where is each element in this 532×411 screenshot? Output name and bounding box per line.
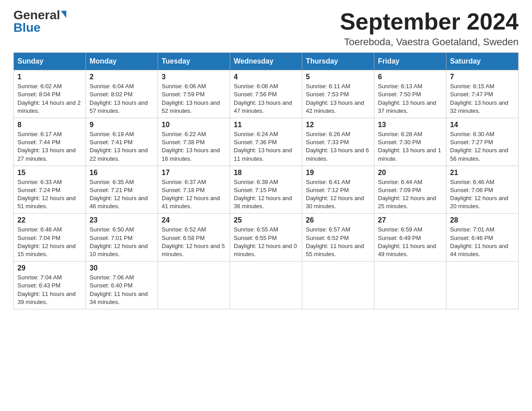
page-header: General Blue September 2024 Toereboda, V… [13, 9, 519, 48]
week-row-2: 8 Sunrise: 6:17 AMSunset: 7:44 PMDayligh… [14, 118, 519, 166]
day-info: Sunrise: 6:24 AMSunset: 7:36 PMDaylight:… [234, 130, 298, 163]
day-info: Sunrise: 6:15 AMSunset: 7:47 PMDaylight:… [450, 82, 515, 115]
week-row-3: 15 Sunrise: 6:33 AMSunset: 7:24 PMDaylig… [14, 166, 519, 214]
day-info: Sunrise: 6:55 AMSunset: 6:55 PMDaylight:… [234, 226, 298, 258]
day-info: Sunrise: 6:39 AMSunset: 7:15 PMDaylight:… [234, 178, 298, 211]
day-number: 29 [17, 264, 82, 272]
calendar-cell: 3 Sunrise: 6:06 AMSunset: 7:59 PMDayligh… [158, 70, 230, 118]
calendar-cell: 25 Sunrise: 6:55 AMSunset: 6:55 PMDaylig… [230, 214, 302, 261]
day-info: Sunrise: 6:50 AMSunset: 7:01 PMDaylight:… [90, 226, 154, 258]
calendar-cell [302, 261, 374, 309]
logo-general-text: General [13, 9, 60, 21]
calendar-cell: 8 Sunrise: 6:17 AMSunset: 7:44 PMDayligh… [14, 118, 86, 166]
calendar-cell: 10 Sunrise: 6:22 AMSunset: 7:38 PMDaylig… [158, 118, 230, 166]
day-info: Sunrise: 6:52 AMSunset: 6:58 PMDaylight:… [162, 226, 226, 258]
calendar-cell [158, 261, 230, 309]
week-row-1: 1 Sunrise: 6:02 AMSunset: 8:04 PMDayligh… [14, 70, 519, 118]
day-info: Sunrise: 6:04 AMSunset: 8:02 PMDaylight:… [90, 82, 154, 115]
day-number: 17 [162, 169, 226, 177]
calendar-cell: 17 Sunrise: 6:37 AMSunset: 7:18 PMDaylig… [158, 166, 230, 214]
weekday-header-saturday: Saturday [446, 53, 519, 70]
day-info: Sunrise: 7:06 AMSunset: 6:40 PMDaylight:… [90, 274, 154, 306]
weekday-header-tuesday: Tuesday [158, 53, 230, 70]
day-number: 6 [378, 73, 442, 81]
day-info: Sunrise: 6:41 AMSunset: 7:12 PMDaylight:… [306, 178, 370, 211]
calendar-cell [446, 261, 519, 309]
calendar-cell [230, 261, 302, 309]
week-row-4: 22 Sunrise: 6:48 AMSunset: 7:04 PMDaylig… [14, 214, 519, 261]
day-info: Sunrise: 6:17 AMSunset: 7:44 PMDaylight:… [17, 130, 82, 163]
day-info: Sunrise: 6:30 AMSunset: 7:27 PMDaylight:… [450, 130, 515, 163]
calendar-cell: 28 Sunrise: 7:01 AMSunset: 6:46 PMDaylig… [446, 214, 519, 261]
day-number: 5 [306, 73, 370, 81]
title-area: September 2024 Toereboda, Vaestra Goetal… [340, 9, 519, 48]
calendar-cell: 30 Sunrise: 7:06 AMSunset: 6:40 PMDaylig… [86, 261, 158, 309]
calendar-cell: 2 Sunrise: 6:04 AMSunset: 8:02 PMDayligh… [86, 70, 158, 118]
day-number: 3 [162, 73, 226, 81]
day-number: 26 [306, 216, 370, 224]
calendar-cell: 24 Sunrise: 6:52 AMSunset: 6:58 PMDaylig… [158, 214, 230, 261]
day-number: 4 [234, 73, 298, 81]
calendar-cell [374, 261, 446, 309]
day-info: Sunrise: 6:11 AMSunset: 7:53 PMDaylight:… [306, 82, 370, 115]
weekday-header-wednesday: Wednesday [230, 53, 302, 70]
calendar-cell: 22 Sunrise: 6:48 AMSunset: 7:04 PMDaylig… [14, 214, 86, 261]
calendar-cell: 13 Sunrise: 6:28 AMSunset: 7:30 PMDaylig… [374, 118, 446, 166]
day-number: 13 [378, 121, 442, 129]
day-number: 14 [450, 121, 515, 129]
day-number: 19 [306, 169, 370, 177]
day-info: Sunrise: 6:37 AMSunset: 7:18 PMDaylight:… [162, 178, 226, 211]
day-info: Sunrise: 6:26 AMSunset: 7:33 PMDaylight:… [306, 130, 370, 163]
weekday-header-row: SundayMondayTuesdayWednesdayThursdayFrid… [14, 53, 519, 70]
day-number: 1 [17, 73, 82, 81]
calendar-cell: 19 Sunrise: 6:41 AMSunset: 7:12 PMDaylig… [302, 166, 374, 214]
day-info: Sunrise: 7:01 AMSunset: 6:46 PMDaylight:… [450, 226, 515, 258]
day-info: Sunrise: 7:04 AMSunset: 6:43 PMDaylight:… [17, 274, 82, 306]
day-info: Sunrise: 6:59 AMSunset: 6:49 PMDaylight:… [378, 226, 442, 258]
day-info: Sunrise: 6:57 AMSunset: 6:52 PMDaylight:… [306, 226, 370, 258]
calendar-cell: 18 Sunrise: 6:39 AMSunset: 7:15 PMDaylig… [230, 166, 302, 214]
day-info: Sunrise: 6:35 AMSunset: 7:21 PMDaylight:… [90, 178, 154, 211]
day-info: Sunrise: 6:28 AMSunset: 7:30 PMDaylight:… [378, 130, 442, 163]
day-number: 16 [90, 169, 154, 177]
calendar-cell: 6 Sunrise: 6:13 AMSunset: 7:50 PMDayligh… [374, 70, 446, 118]
day-number: 9 [90, 121, 154, 129]
day-number: 21 [450, 169, 515, 177]
day-info: Sunrise: 6:33 AMSunset: 7:24 PMDaylight:… [17, 178, 82, 211]
day-info: Sunrise: 6:06 AMSunset: 7:59 PMDaylight:… [162, 82, 226, 115]
calendar-cell: 15 Sunrise: 6:33 AMSunset: 7:24 PMDaylig… [14, 166, 86, 214]
calendar-cell: 20 Sunrise: 6:44 AMSunset: 7:09 PMDaylig… [374, 166, 446, 214]
calendar-cell: 5 Sunrise: 6:11 AMSunset: 7:53 PMDayligh… [302, 70, 374, 118]
day-number: 8 [17, 121, 82, 129]
logo-blue-text: Blue [13, 21, 41, 34]
day-number: 11 [234, 121, 298, 129]
day-info: Sunrise: 6:08 AMSunset: 7:56 PMDaylight:… [234, 82, 298, 115]
calendar-cell: 26 Sunrise: 6:57 AMSunset: 6:52 PMDaylig… [302, 214, 374, 261]
day-number: 28 [450, 216, 515, 224]
day-number: 12 [306, 121, 370, 129]
calendar-cell: 9 Sunrise: 6:19 AMSunset: 7:41 PMDayligh… [86, 118, 158, 166]
weekday-header-sunday: Sunday [14, 53, 86, 70]
day-info: Sunrise: 6:48 AMSunset: 7:04 PMDaylight:… [17, 226, 82, 258]
day-number: 22 [17, 216, 82, 224]
weekday-header-friday: Friday [374, 53, 446, 70]
weekday-header-monday: Monday [86, 53, 158, 70]
day-info: Sunrise: 6:02 AMSunset: 8:04 PMDaylight:… [17, 82, 82, 115]
calendar-cell: 4 Sunrise: 6:08 AMSunset: 7:56 PMDayligh… [230, 70, 302, 118]
logo-triangle-icon [61, 11, 66, 18]
calendar-cell: 29 Sunrise: 7:04 AMSunset: 6:43 PMDaylig… [14, 261, 86, 309]
logo: General Blue [13, 9, 66, 34]
day-number: 24 [162, 216, 226, 224]
location-title: Toereboda, Vaestra Goetaland, Sweden [340, 36, 519, 48]
calendar-cell: 14 Sunrise: 6:30 AMSunset: 7:27 PMDaylig… [446, 118, 519, 166]
week-row-5: 29 Sunrise: 7:04 AMSunset: 6:43 PMDaylig… [14, 261, 519, 309]
day-number: 23 [90, 216, 154, 224]
calendar-cell: 27 Sunrise: 6:59 AMSunset: 6:49 PMDaylig… [374, 214, 446, 261]
calendar-cell: 21 Sunrise: 6:46 AMSunset: 7:06 PMDaylig… [446, 166, 519, 214]
calendar-table: SundayMondayTuesdayWednesdayThursdayFrid… [13, 52, 519, 309]
calendar-cell: 12 Sunrise: 6:26 AMSunset: 7:33 PMDaylig… [302, 118, 374, 166]
weekday-header-thursday: Thursday [302, 53, 374, 70]
day-number: 7 [450, 73, 515, 81]
day-number: 20 [378, 169, 442, 177]
day-info: Sunrise: 6:44 AMSunset: 7:09 PMDaylight:… [378, 178, 442, 211]
